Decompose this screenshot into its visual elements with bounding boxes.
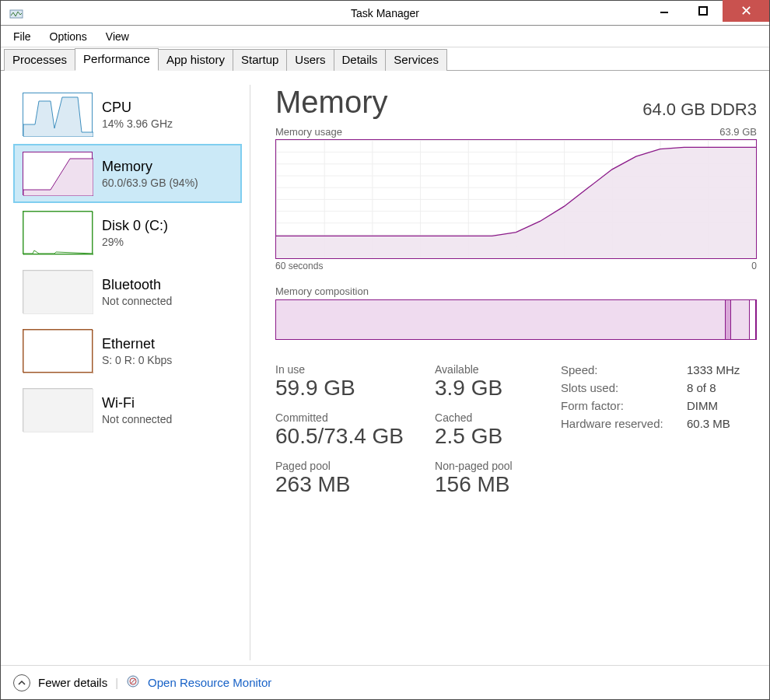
- sidebar-item-ethernet[interactable]: EthernetS: 0 R: 0 Kbps: [13, 321, 242, 380]
- comp-segment-free: [750, 300, 756, 339]
- sidebar-item-title: CPU: [102, 100, 173, 116]
- svg-rect-6: [23, 389, 93, 432]
- thumb-icon: [23, 388, 93, 432]
- stat-label: Committed: [275, 411, 404, 424]
- tab-users[interactable]: Users: [286, 49, 334, 71]
- tab-app-history[interactable]: App history: [158, 49, 233, 71]
- memory-panel: Memory 64.0 GB DDR3 Memory usage 63.9 GB…: [261, 85, 757, 660]
- comp-segment-in_use: [276, 300, 726, 339]
- perf-sidebar: CPU14% 3.96 GHzMemory60.0/63.9 GB (94%)D…: [13, 85, 250, 660]
- sidebar-item-title: Disk 0 (C:): [102, 218, 168, 234]
- hw-val: 60.3 MB: [687, 417, 757, 430]
- tab-services[interactable]: Services: [385, 49, 447, 71]
- resource-monitor-icon: [126, 674, 140, 691]
- hw-stats: Speed:1333 MHz Slots used:8 of 8 Form fa…: [561, 363, 757, 498]
- svg-rect-4: [23, 271, 93, 314]
- hw-key: Slots used:: [561, 381, 677, 394]
- stat-in-use: In use 59.9 GB: [275, 363, 404, 401]
- tab-performance[interactable]: Performance: [75, 48, 159, 71]
- footer-bar: Fewer details | Open Resource Monitor: [1, 665, 769, 699]
- svg-rect-2: [699, 7, 707, 15]
- maximize-button[interactable]: [684, 0, 723, 22]
- tab-processes[interactable]: Processes: [4, 49, 75, 71]
- svg-rect-5: [23, 330, 93, 373]
- stat-label: In use: [275, 363, 404, 376]
- tab-strip: ProcessesPerformanceApp historyStartupUs…: [1, 47, 769, 71]
- stat-value: 60.5/73.4 GB: [275, 424, 404, 449]
- content-area: CPU14% 3.96 GHzMemory60.0/63.9 GB (94%)D…: [1, 71, 769, 665]
- sidebar-item-title: Wi-Fi: [102, 395, 172, 411]
- sidebar-item-sub: 60.0/63.9 GB (94%): [102, 177, 198, 189]
- hw-key: Speed:: [561, 363, 677, 376]
- thumb-icon: [23, 211, 93, 254]
- sidebar-item-memory[interactable]: Memory60.0/63.9 GB (94%): [13, 144, 242, 203]
- menu-file[interactable]: File: [5, 27, 39, 46]
- memory-usage-chart: [275, 139, 757, 259]
- panel-title: Memory: [275, 85, 387, 120]
- stat-value: 156 MB: [435, 472, 513, 497]
- sidebar-item-cpu[interactable]: CPU14% 3.96 GHz: [13, 85, 242, 144]
- usage-chart-label: Memory usage: [275, 126, 342, 138]
- thumb-icon: [23, 93, 93, 136]
- panel-spec: 64.0 GB DDR3: [642, 100, 757, 120]
- hw-val: 8 of 8: [687, 381, 757, 394]
- stat-label: Cached: [435, 411, 513, 424]
- comp-segment-modified: [726, 300, 731, 339]
- close-button[interactable]: ✕: [723, 0, 769, 22]
- stat-cached: Cached 2.5 GB: [435, 411, 513, 449]
- sidebar-item-sub: 14% 3.96 GHz: [102, 117, 173, 130]
- sidebar-item-wi-fi[interactable]: Wi-FiNot connected: [13, 380, 242, 439]
- sidebar-item-bluetooth[interactable]: BluetoothNot connected: [13, 262, 242, 321]
- window-title: Task Manager: [351, 7, 419, 19]
- sidebar-item-sub: Not connected: [102, 413, 172, 425]
- stat-value: 2.5 GB: [435, 424, 513, 449]
- task-manager-window: Task Manager ✕ File Options View Process…: [0, 0, 770, 700]
- titlebar[interactable]: Task Manager ✕: [1, 1, 769, 26]
- stat-value: 263 MB: [275, 472, 404, 497]
- x-axis-right: 0: [751, 261, 757, 271]
- fewer-details-link[interactable]: Fewer details: [38, 676, 107, 689]
- sidebar-item-sub: Not connected: [102, 295, 172, 307]
- footer-separator: |: [115, 676, 118, 689]
- svg-rect-3: [23, 212, 93, 255]
- x-axis-left: 60 seconds: [275, 261, 323, 271]
- hw-val: DIMM: [687, 399, 757, 412]
- stat-nonpaged: Non-paged pool 156 MB: [435, 460, 513, 497]
- sidebar-item-title: Bluetooth: [102, 277, 172, 293]
- composition-label: Memory composition: [275, 285, 757, 297]
- comp-segment-standby: [731, 300, 750, 339]
- thumb-icon: [23, 152, 93, 195]
- sidebar-item-sub: S: 0 R: 0 Kbps: [102, 354, 172, 366]
- menu-options[interactable]: Options: [42, 27, 95, 46]
- stat-committed: Committed 60.5/73.4 GB: [275, 411, 404, 449]
- minimize-button[interactable]: [645, 0, 684, 22]
- stat-label: Available: [435, 363, 513, 376]
- tab-startup[interactable]: Startup: [233, 49, 287, 71]
- sidebar-item-title: Ethernet: [102, 336, 172, 352]
- menu-view[interactable]: View: [98, 27, 137, 46]
- tab-details[interactable]: Details: [334, 49, 387, 71]
- hw-key: Form factor:: [561, 399, 677, 412]
- memory-composition-chart: [275, 299, 757, 340]
- app-icon: [5, 2, 27, 24]
- sidebar-item-disk-0-c-[interactable]: Disk 0 (C:)29%: [13, 203, 242, 262]
- menubar: File Options View: [1, 26, 769, 47]
- thumb-icon: [23, 329, 93, 373]
- hw-key: Hardware reserved:: [561, 417, 677, 430]
- sidebar-item-title: Memory: [102, 159, 198, 175]
- stat-label: Paged pool: [275, 460, 404, 472]
- stat-available: Available 3.9 GB: [435, 363, 513, 401]
- stat-value: 3.9 GB: [435, 376, 513, 401]
- window-controls: ✕: [645, 1, 769, 25]
- usage-chart-max: 63.9 GB: [719, 126, 757, 138]
- stats-area: In use 59.9 GB Available 3.9 GB Committe…: [275, 363, 757, 498]
- chevron-up-icon[interactable]: [13, 674, 30, 691]
- open-resource-monitor-link[interactable]: Open Resource Monitor: [148, 676, 271, 689]
- stat-value: 59.9 GB: [275, 376, 404, 401]
- stat-paged: Paged pool 263 MB: [275, 460, 404, 497]
- hw-val: 1333 MHz: [687, 363, 757, 376]
- sidebar-item-sub: 29%: [102, 236, 168, 248]
- thumb-icon: [23, 270, 93, 313]
- stat-label: Non-paged pool: [435, 460, 513, 472]
